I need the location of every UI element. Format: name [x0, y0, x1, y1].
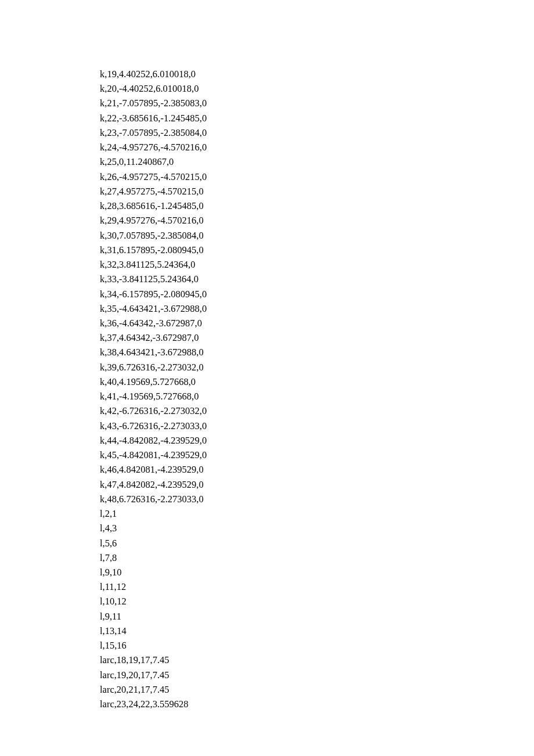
text-line: k,28,3.685616,-1.245485,0 [100, 199, 534, 213]
text-line: k,39,6.726316,-2.273032,0 [100, 360, 534, 375]
text-line: k,31,6.157895,-2.080945,0 [100, 243, 534, 257]
text-line: k,48,6.726316,-2.273033,0 [100, 492, 534, 506]
text-line: larc,18,19,17,7.45 [100, 653, 534, 667]
text-line: k,25,0,11.240867,0 [100, 154, 534, 169]
text-line: k,19,4.40252,6.010018,0 [100, 67, 534, 81]
text-line: k,47,4.842082,-4.239529,0 [100, 477, 534, 492]
text-line: k,41,-4.19569,5.727668,0 [100, 389, 534, 404]
text-line: k,42,-6.726316,-2.273032,0 [100, 404, 534, 418]
text-line: k,20,-4.40252,6.010018,0 [100, 81, 534, 96]
text-line: l,13,14 [100, 624, 534, 638]
text-line: l,10,12 [100, 594, 534, 609]
text-line: k,45,-4.842081,-4.239529,0 [100, 448, 534, 462]
text-line: k,23,-7.057895,-2.385084,0 [100, 125, 534, 140]
text-line: k,43,-6.726316,-2.273033,0 [100, 419, 534, 433]
text-line: k,24,-4.957276,-4.570216,0 [100, 140, 534, 154]
text-line: l,4,3 [100, 521, 534, 535]
text-line: k,44,-4.842082,-4.239529,0 [100, 433, 534, 448]
text-line: l,9,10 [100, 565, 534, 579]
text-line: larc,19,20,17,7.45 [100, 668, 534, 682]
text-line: k,29,4.957276,-4.570216,0 [100, 213, 534, 228]
text-line: k,38,4.643421,-3.672988,0 [100, 345, 534, 359]
text-line: k,40,4.19569,5.727668,0 [100, 375, 534, 389]
text-line: k,30,7.057895,-2.385084,0 [100, 228, 534, 243]
text-line: l,15,16 [100, 638, 534, 653]
text-line: l,5,6 [100, 536, 534, 550]
text-line: k,21,-7.057895,-2.385083,0 [100, 96, 534, 110]
text-line: k,34,-6.157895,-2.080945,0 [100, 287, 534, 301]
text-line: larc,23,24,22,3.559628 [100, 697, 534, 711]
document-page: k,19,4.40252,6.010018,0k,20,-4.40252,6.0… [0, 0, 534, 756]
text-line: k,33,-3.841125,5.24364,0 [100, 272, 534, 286]
text-line: l,7,8 [100, 550, 534, 565]
text-line: k,35,-4.643421,-3.672988,0 [100, 301, 534, 316]
text-line: l,9,11 [100, 609, 534, 624]
text-line: k,37,4.64342,-3.672987,0 [100, 330, 534, 345]
text-line: k,46,4.842081,-4.239529,0 [100, 462, 534, 477]
text-line: k,26,-4.957275,-4.570215,0 [100, 170, 534, 184]
text-line: l,2,1 [100, 506, 534, 521]
text-line: k,36,-4.64342,-3.672987,0 [100, 316, 534, 330]
text-line: larc,20,21,17,7.45 [100, 682, 534, 697]
text-content: k,19,4.40252,6.010018,0k,20,-4.40252,6.0… [100, 67, 534, 711]
text-line: k,27,4.957275,-4.570215,0 [100, 184, 534, 199]
text-line: k,22,-3.685616,-1.245485,0 [100, 111, 534, 125]
text-line: l,11,12 [100, 579, 534, 594]
text-line: k,32,3.841125,5.24364,0 [100, 257, 534, 272]
